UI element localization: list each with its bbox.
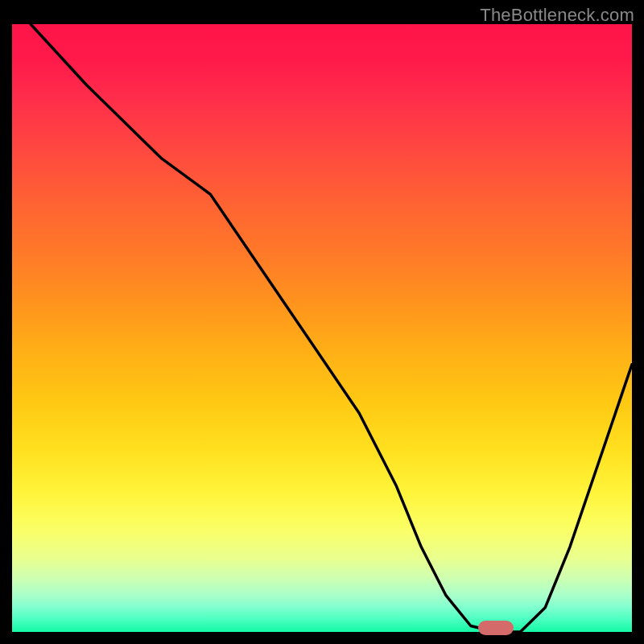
watermark-text: TheBottleneck.com bbox=[480, 5, 634, 26]
chart-plot-area bbox=[12, 24, 632, 632]
curve-path bbox=[31, 24, 632, 632]
bottleneck-curve bbox=[12, 24, 632, 632]
sweet-spot-marker bbox=[478, 621, 514, 635]
